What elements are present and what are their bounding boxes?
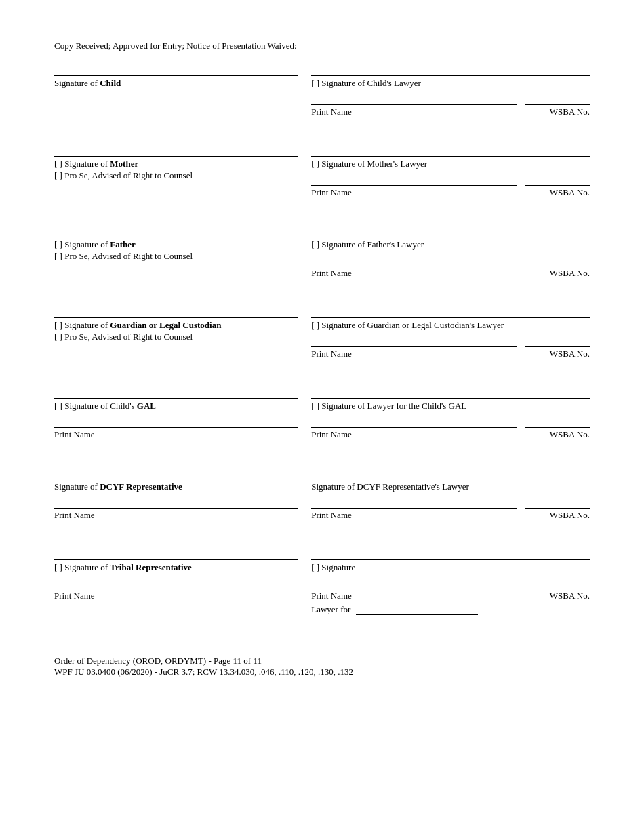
guardian-lawyer-wsba-portion: WSBA No.	[517, 336, 590, 359]
tribal-other-wsba-line	[525, 578, 590, 589]
section-child: Signature of Child [ ] Signature of Chil…	[54, 64, 590, 117]
father-lawyer-name-row: Print Name WSBA No.	[311, 256, 590, 279]
mother-lawyer-name-portion: Print Name	[311, 175, 517, 198]
father-lawyer-name-line	[311, 256, 517, 266]
father-lawyer-wsba-line	[525, 256, 590, 266]
footer-form-bold: WPF JU 03.0400	[54, 667, 115, 677]
tribal-name-line	[54, 578, 298, 589]
dcyf-left: Signature of DCYF Representative Print N…	[54, 467, 311, 521]
father-lawyer-sig-line	[311, 225, 590, 237]
tribal-print-label: Print Name	[54, 591, 298, 601]
father-lawyer-wsba-label: WSBA No.	[550, 268, 590, 279]
guardian-lawyer-name-row: Print Name WSBA No.	[311, 336, 590, 359]
child-lawyer-wsba-label: WSBA No.	[550, 106, 590, 117]
gal-lawyer-print-label: Print Name	[311, 429, 517, 440]
child-lawyer-name-row: Print Name WSBA No.	[311, 94, 590, 117]
dcyf-lawyer-name-row: Print Name WSBA No.	[311, 498, 590, 521]
dcyf-lawyer-wsba-label: WSBA No.	[550, 510, 590, 521]
tribal-name-row: Print Name	[54, 578, 298, 601]
tribal-sig-label: [ ] Signature of Tribal Representative	[54, 562, 298, 573]
gal-lawyer-name-line	[311, 417, 517, 428]
section-mother: [ ] Signature of Mother [ ] Pro Se, Advi…	[54, 144, 590, 198]
mother-sig-label: [ ] Signature of Mother	[54, 159, 298, 170]
tribal-other-name-portion: Print Name	[311, 578, 517, 601]
footer-form-normal: (06/2020) - JuCR 3.7; RCW 13.34.030, .04…	[115, 667, 353, 677]
guardian-lawyer-wsba-line	[525, 336, 590, 347]
child-lawyer-sig-label: [ ] Signature of Child's Lawyer	[311, 78, 590, 89]
gal-name-portion: Print Name	[54, 417, 298, 440]
gal-left: [ ] Signature of Child's GAL Print Name	[54, 386, 311, 440]
guardian-sig-label: [ ] Signature of Guardian or Legal Custo…	[54, 320, 298, 331]
lawyer-for-line	[356, 605, 478, 615]
guardian-lawyer-sig-line	[311, 306, 590, 318]
dcyf-lawyer-wsba-portion: WSBA No.	[517, 498, 590, 521]
dcyf-lawyer-name-line	[311, 498, 517, 509]
tribal-right: [ ] Signature Print Name WSBA No. Lawyer…	[311, 548, 590, 615]
child-lawyer-wsba-line	[525, 94, 590, 105]
gal-lawyer-name-portion: Print Name	[311, 417, 517, 440]
section-guardian: [ ] Signature of Guardian or Legal Custo…	[54, 306, 590, 359]
gal-lawyer-sig-label: [ ] Signature of Lawyer for the Child's …	[311, 401, 590, 412]
dcyf-lawyer-wsba-line	[525, 498, 590, 509]
tribal-other-sig-label: [ ] Signature	[311, 562, 590, 573]
child-lawyer-print-label: Print Name	[311, 106, 517, 117]
gal-lawyer-wsba-label: WSBA No.	[550, 429, 590, 440]
guardian-lawyer-name-portion: Print Name	[311, 336, 517, 359]
child-right: [ ] Signature of Child's Lawyer Print Na…	[311, 64, 590, 117]
tribal-other-wsba-portion: WSBA No.	[517, 578, 590, 601]
mother-lawyer-wsba-line	[525, 175, 590, 186]
tribal-sig-line	[54, 548, 298, 560]
mother-lawyer-wsba-label: WSBA No.	[550, 187, 590, 198]
gal-lawyer-wsba-line	[525, 417, 590, 428]
mother-sig-line	[54, 144, 298, 157]
footer-title-bold: Order of Dependency (OROD, ORDYMT)	[54, 656, 206, 666]
father-lawyer-wsba-portion: WSBA No.	[517, 256, 590, 279]
gal-lawyer-name-row: Print Name WSBA No.	[311, 417, 590, 440]
section-tribal: [ ] Signature of Tribal Representative P…	[54, 548, 590, 615]
gal-print-label: Print Name	[54, 429, 298, 440]
tribal-other-name-line	[311, 578, 517, 589]
tribal-other-name-row: Print Name WSBA No.	[311, 578, 590, 601]
child-lawyer-name-portion: Print Name	[311, 94, 517, 117]
father-lawyer-name-portion: Print Name	[311, 256, 517, 279]
mother-left: [ ] Signature of Mother [ ] Pro Se, Advi…	[54, 144, 311, 198]
guardian-lawyer-name-line	[311, 336, 517, 347]
dcyf-name-row: Print Name	[54, 498, 298, 521]
mother-lawyer-sig-label: [ ] Signature of Mother's Lawyer	[311, 159, 590, 170]
mother-prose-label: [ ] Pro Se, Advised of Right to Counsel	[54, 170, 298, 181]
footer-line1: Order of Dependency (OROD, ORDYMT) - Pag…	[54, 656, 590, 667]
tribal-left: [ ] Signature of Tribal Representative P…	[54, 548, 311, 615]
dcyf-lawyer-print-label: Print Name	[311, 510, 517, 521]
child-lawyer-wsba-portion: WSBA No.	[517, 94, 590, 117]
footer-title-normal: - Page 11 of 11	[206, 656, 262, 666]
mother-lawyer-wsba-portion: WSBA No.	[517, 175, 590, 198]
dcyf-lawyer-name-portion: Print Name	[311, 498, 517, 521]
dcyf-lawyer-sig-line	[311, 467, 590, 479]
gal-lawyer-sig-line	[311, 386, 590, 399]
section-dcyf: Signature of DCYF Representative Print N…	[54, 467, 590, 521]
dcyf-lawyer-sig-label: Signature of DCYF Representative's Lawye…	[311, 481, 590, 492]
tribal-other-print-label: Print Name	[311, 591, 517, 601]
mother-lawyer-name-row: Print Name WSBA No.	[311, 175, 590, 198]
gal-right: [ ] Signature of Lawyer for the Child's …	[311, 386, 590, 440]
tribal-other-wsba-label: WSBA No.	[550, 591, 590, 601]
footer: Order of Dependency (OROD, ORDYMT) - Pag…	[54, 656, 590, 677]
child-sig-line	[54, 64, 298, 76]
guardian-lawyer-sig-label: [ ] Signature of Guardian or Legal Custo…	[311, 320, 590, 331]
guardian-sig-line	[54, 306, 298, 318]
dcyf-print-label: Print Name	[54, 510, 298, 521]
gal-sig-line	[54, 386, 298, 399]
guardian-left: [ ] Signature of Guardian or Legal Custo…	[54, 306, 311, 359]
mother-lawyer-print-label: Print Name	[311, 187, 517, 198]
child-sig-label: Signature of Child	[54, 78, 298, 89]
section-gal: [ ] Signature of Child's GAL Print Name …	[54, 386, 590, 440]
guardian-prose-label: [ ] Pro Se, Advised of Right to Counsel	[54, 332, 298, 342]
tribal-name-portion: Print Name	[54, 578, 298, 601]
guardian-lawyer-wsba-label: WSBA No.	[550, 349, 590, 359]
dcyf-sig-line	[54, 467, 298, 479]
gal-name-line	[54, 417, 298, 428]
guardian-lawyer-print-label: Print Name	[311, 349, 517, 359]
dcyf-name-portion: Print Name	[54, 498, 298, 521]
child-lawyer-sig-line	[311, 64, 590, 76]
child-lawyer-name-line	[311, 94, 517, 105]
